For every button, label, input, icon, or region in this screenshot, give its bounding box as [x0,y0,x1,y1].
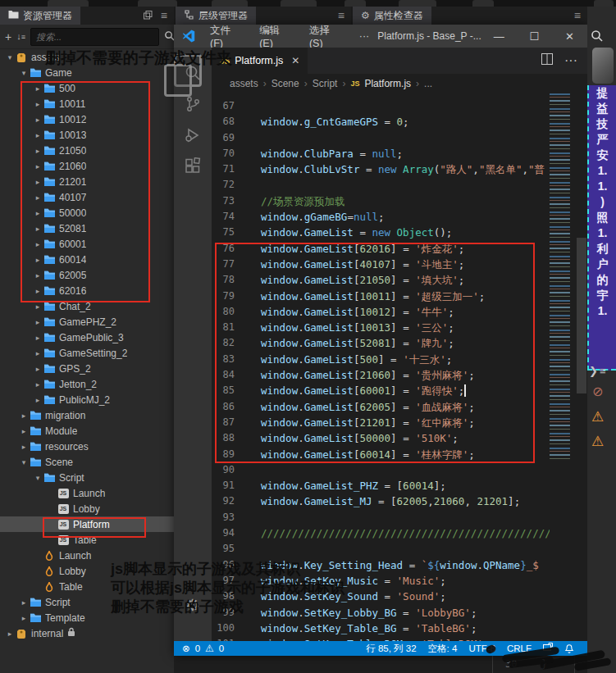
run-debug-icon[interactable] [174,120,212,151]
tree-item-GamePHZ_2[interactable]: ▸GamePHZ_2 [0,314,174,330]
tree-item-GPS_2[interactable]: ▸GPS_2 [0,361,174,376]
chevron-right-icon[interactable]: ▸ [33,193,43,202]
split-editor-icon[interactable] [541,53,553,68]
chevron-right-icon[interactable]: ▸ [33,84,43,93]
tree-item-Lobby[interactable]: JSLobby [0,501,174,516]
chevron-right-icon[interactable]: ▸ [33,302,43,311]
chevron-right-icon[interactable]: ▸ [33,178,43,186]
chevron-right-icon[interactable]: ▸ [33,287,43,295]
maximize-button[interactable]: ☐ [517,25,552,48]
tree-item-10011[interactable]: ▸10011 [0,96,174,111]
code-line-69[interactable] [261,130,550,146]
sort-icon[interactable]: ↓≡ [16,32,25,41]
code-line-94[interactable]: ////////////////////////////////////////… [261,525,550,541]
tab-explorer[interactable]: 资源管理器 [0,7,80,25]
chevron-right-icon[interactable]: ▸ [5,630,15,638]
tree-item-Jetton_2[interactable]: ▸Jetton_2 [0,376,174,392]
code-line-74[interactable]: window.gGameBG=null; [261,209,550,225]
console-icon[interactable]: ❯≡ [589,365,606,377]
tree-item-21060[interactable]: ▸21060 [0,158,174,174]
chevron-right-icon[interactable]: ▸ [33,256,43,264]
code-line-93[interactable] [261,510,550,525]
add-asset-button[interactable]: + [5,31,11,43]
extensions-icon[interactable] [174,151,212,182]
chevron-right-icon[interactable]: ▸ [19,598,29,607]
tree-item-62005[interactable]: ▸62005 [0,267,174,283]
menu-select[interactable]: 选择(S) [301,24,351,49]
tab-inspector[interactable]: ⚙ 属性检查器 [353,7,431,25]
code-line-90[interactable] [261,462,550,478]
tree-item-Module[interactable]: ▸Module [0,423,174,439]
errors-icon[interactable]: ⊗ [182,643,190,654]
code-line-95[interactable] [261,541,550,557]
zoom-icon[interactable] [591,30,604,46]
close-window-button[interactable]: ✕ [552,25,587,48]
code-line-82[interactable]: window.GameList[52081] = '牌九'; [261,335,550,351]
code-line-84[interactable]: window.GameList[21060] = '贵州麻将'; [261,367,550,383]
search-input[interactable] [30,28,159,46]
tree-item-50000[interactable]: ▸50000 [0,205,174,221]
code-line-87[interactable]: window.GameList[21201] = '红中麻将'; [261,415,550,430]
code-line-86[interactable]: window.GameList[62005] = '血战麻将'; [261,399,550,415]
search-icon[interactable] [164,30,175,43]
menu-file[interactable]: 文件(F) [202,24,251,49]
code-line-83[interactable]: window.GameList[500] = '十三水'; [261,352,550,367]
explorer-menu-icon[interactable]: ≡ [161,9,167,22]
tree-item-Table[interactable]: JSTable [0,532,174,548]
chevron-right-icon[interactable]: ▸ [33,147,43,155]
chevron-right-icon[interactable]: ▸ [33,116,43,124]
code-line-73[interactable]: //场景资源预加载 [261,193,550,209]
vscode-titlebar[interactable]: 文件(F) 编辑(E) 选择(S) ··· Platform.js - Base… [174,25,587,48]
tree-item-52081[interactable]: ▸52081 [0,221,174,236]
chevron-right-icon[interactable]: ▸ [33,365,43,373]
menu-edit[interactable]: 编辑(E) [251,24,301,49]
cursor-position[interactable]: 行 85, 列 32 [366,643,416,655]
tree-item-60014[interactable]: ▸60014 [0,252,174,267]
chevron-right-icon[interactable]: ▸ [33,162,43,171]
code-line-100[interactable]: window.SetKey_Table_BG = 'TableBG'; [261,621,550,636]
chevron-right-icon[interactable]: ▸ [33,240,43,248]
code-line-75[interactable]: window.GameList = new Object(); [261,225,550,240]
hierarchy-menu-icon[interactable]: ≡ [338,9,345,22]
code-line-91[interactable]: window.GameList_PHZ = [60014]; [261,478,550,493]
warnings-icon[interactable]: ⚠ [205,643,214,654]
tree-item-62016[interactable]: ▸62016 [0,283,174,298]
code-line-67[interactable] [261,98,550,114]
chevron-right-icon[interactable]: ▸ [19,614,29,622]
code-line-81[interactable]: window.GameList[10013] = '三公'; [261,320,550,335]
code-line-71[interactable]: window.ClubLvStr = new Array("路人","黑名单",… [261,161,550,177]
code-line-85[interactable]: window.GameList[60001] = '跑得快'; [261,383,550,398]
code-line-78[interactable]: window.GameList[21050] = '填大坑'; [261,272,550,288]
code-line-76[interactable]: window.GameList[62016] = '炸金花'; [261,241,550,257]
code-line-79[interactable]: window.GameList[10011] = '超级三加一'; [261,289,550,304]
chevron-right-icon[interactable]: ▸ [33,131,43,139]
minimize-button[interactable]: — [481,25,517,48]
inspector-menu-icon[interactable]: ≡ [574,9,581,22]
breadcrumb[interactable]: assets› Scene› Script› JS Platform.js› .… [212,74,587,93]
editor-scrollbar[interactable] [576,93,587,641]
tree-item-21201[interactable]: ▸21201 [0,174,174,189]
tree-item-GamePublic_3[interactable]: ▸GamePublic_3 [0,330,174,345]
chevron-right-icon[interactable]: ▸ [33,396,43,404]
chevron-down-icon[interactable]: ▾ [19,458,29,466]
chevron-right-icon[interactable]: ▸ [33,209,43,217]
minimap[interactable] [550,93,576,462]
tree-item-PublicMJ_2[interactable]: ▸PublicMJ_2 [0,392,174,407]
chevron-right-icon[interactable]: ▸ [19,443,29,451]
code-line-89[interactable]: window.GameList[60014] = '桂林字牌'; [261,447,550,462]
tree-item-10012[interactable]: ▸10012 [0,111,174,127]
code-line-96[interactable]: window.Key_Setting_Head = `${window.QPNa… [261,557,550,573]
code-line-80[interactable]: window.GameList[10012] = '牛牛'; [261,304,550,320]
chevron-down-icon[interactable]: ▾ [5,53,15,61]
chevron-right-icon[interactable]: ▸ [33,100,43,108]
tree-item-resources[interactable]: ▸resources [0,439,174,454]
tab-hierarchy[interactable]: 层级管理器 [176,7,256,25]
tree-item-40107[interactable]: ▸40107 [0,189,174,205]
chevron-right-icon[interactable]: ▸ [33,349,43,357]
chevron-right-icon[interactable]: ▸ [19,412,29,420]
code-line-77[interactable]: window.GameList[40107] = '斗地主'; [261,257,550,272]
scrollbar-thumb[interactable] [577,238,586,393]
tree-item-migration[interactable]: ▸migration [0,407,174,423]
clear-console-icon[interactable]: ⊘ [592,384,603,399]
menu-more[interactable]: ··· [351,30,378,42]
